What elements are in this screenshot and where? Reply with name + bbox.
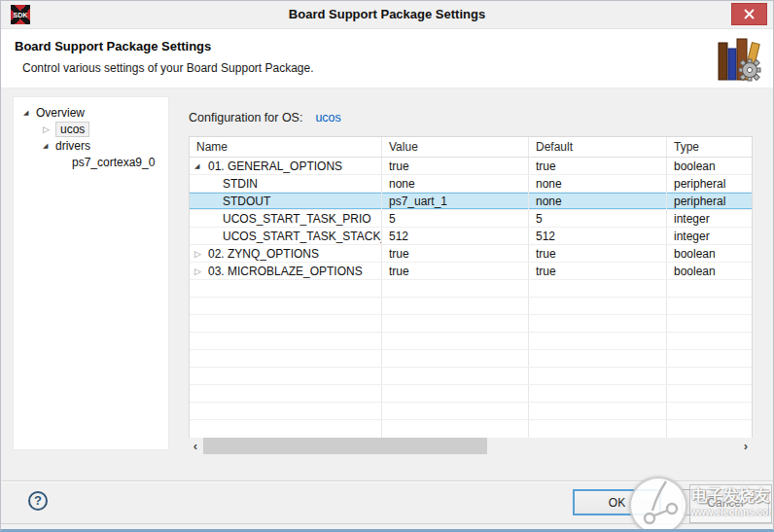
settings-table-body: ◢01. GENERAL_OPTIONStruetruebooleanSTDIN… — [190, 158, 752, 438]
table-cell — [529, 350, 667, 367]
table-row[interactable]: UCOS_START_TASK_STACK_S512512integer — [190, 228, 752, 245]
collapse-icon[interactable]: ◢ — [194, 161, 208, 171]
collapse-icon[interactable]: ◢ — [23, 108, 36, 118]
table-row-empty[interactable] — [190, 350, 752, 368]
tree-item-drivers[interactable]: ◢ drivers — [14, 137, 168, 154]
default-cell: true — [529, 158, 667, 174]
value-cell: true — [382, 245, 529, 262]
table-cell — [667, 333, 752, 349]
close-icon — [744, 9, 755, 19]
scroll-left-icon[interactable]: ‹ — [189, 438, 202, 454]
expand-icon[interactable]: ▷ — [194, 249, 208, 259]
row-name: UCOS_START_TASK_PRIO — [223, 212, 371, 226]
table-cell — [529, 368, 667, 384]
row-name: UCOS_START_TASK_STACK_S — [223, 230, 382, 243]
table-row[interactable]: STDOUTps7_uart_1noneperipheral — [190, 193, 752, 210]
value-cell: ps7_uart_1 — [382, 193, 529, 209]
collapse-icon[interactable]: ◢ — [43, 141, 55, 151]
default-cell: none — [529, 193, 667, 209]
table-cell — [667, 298, 752, 314]
table-cell — [382, 403, 529, 419]
default-cell: 512 — [529, 228, 667, 244]
table-row-empty[interactable] — [190, 333, 752, 350]
table-row-empty[interactable] — [190, 280, 752, 298]
table-cell — [382, 280, 529, 297]
type-cell: integer — [667, 228, 752, 244]
tree-item-label: ucos — [55, 122, 89, 137]
table-row[interactable]: ◢01. GENERAL_OPTIONStruetrueboolean — [190, 158, 752, 175]
dialog-title: Board Support Package Settings — [15, 39, 211, 53]
title-bar[interactable]: SDK Board Support Package Settings — [1, 1, 773, 29]
expand-icon[interactable]: ▷ — [43, 124, 55, 134]
table-row[interactable]: UCOS_START_TASK_PRIO55integer — [190, 210, 752, 228]
cancel-button[interactable]: Cancel — [682, 489, 769, 515]
table-cell — [190, 298, 382, 314]
table-cell — [529, 385, 667, 402]
tree-item-ps7-cortexa9-0[interactable]: ps7_cortexa9_0 — [14, 154, 168, 170]
table-cell — [529, 333, 667, 349]
table-row-empty[interactable] — [190, 385, 752, 403]
value-cell: true — [382, 263, 529, 279]
expand-icon[interactable]: ▷ — [194, 266, 208, 276]
type-cell: integer — [667, 210, 752, 227]
table-cell — [190, 280, 382, 297]
name-cell: ◢01. GENERAL_OPTIONS — [190, 158, 382, 174]
name-cell: STDIN — [190, 175, 382, 192]
table-row[interactable]: STDINnonenoneperipheral — [190, 175, 752, 193]
table-cell — [667, 350, 752, 367]
table-cell — [667, 280, 752, 297]
table-cell — [529, 420, 667, 438]
table-row-empty[interactable] — [190, 298, 752, 315]
table-row[interactable]: ▷02. ZYNQ_OPTIONStruetrueboolean — [190, 245, 752, 263]
table-cell — [382, 350, 529, 367]
scroll-right-icon[interactable]: › — [739, 438, 753, 454]
name-cell: UCOS_START_TASK_STACK_S — [190, 228, 382, 244]
name-cell: UCOS_START_TASK_PRIO — [190, 210, 382, 227]
table-row[interactable]: ▷03. MICROBLAZE_OPTIONStruetrueboolean — [190, 263, 752, 280]
value-cell: true — [382, 158, 529, 174]
table-cell — [667, 368, 752, 384]
dialog-header: Board Support Package Settings Control v… — [1, 29, 773, 89]
table-row-empty[interactable] — [190, 420, 752, 438]
tree-item-overview[interactable]: ◢ Overview — [14, 104, 168, 121]
value-cell: 5 — [382, 210, 529, 227]
tree-item-ucos[interactable]: ▷ ucos — [14, 121, 168, 137]
configuration-line: Configuration for OS: ucos — [189, 111, 341, 124]
type-cell: peripheral — [667, 193, 752, 209]
dialog-footer: ? OK Cancel — [1, 480, 773, 524]
table-row-empty[interactable] — [190, 403, 752, 420]
scrollbar-thumb[interactable] — [203, 438, 487, 454]
name-cell: ▷02. ZYNQ_OPTIONS — [190, 245, 382, 262]
value-cell: none — [382, 175, 529, 192]
horizontal-scrollbar[interactable]: ‹ › — [189, 438, 753, 454]
table-cell — [667, 403, 752, 419]
table-cell — [667, 385, 752, 402]
table-row-empty[interactable] — [190, 368, 752, 385]
tree-item-label: drivers — [55, 139, 90, 153]
name-cell: ▷03. MICROBLAZE_OPTIONS — [190, 263, 382, 279]
table-cell — [667, 315, 752, 332]
column-header-default[interactable]: Default — [529, 137, 667, 157]
table-row-empty[interactable] — [190, 315, 752, 333]
default-cell: true — [529, 263, 667, 279]
table-cell — [382, 420, 529, 438]
column-header-value[interactable]: Value — [382, 137, 529, 157]
os-link[interactable]: ucos — [315, 111, 340, 124]
row-name: STDIN — [223, 177, 258, 191]
column-header-type[interactable]: Type — [667, 137, 752, 157]
help-button[interactable]: ? — [28, 491, 48, 511]
table-cell — [190, 350, 382, 367]
close-button[interactable] — [731, 3, 767, 25]
table-cell — [382, 368, 529, 384]
row-name: 03. MICROBLAZE_OPTIONS — [208, 265, 363, 278]
ok-button[interactable]: OK — [573, 489, 661, 515]
table-cell — [667, 420, 752, 438]
table-cell — [190, 315, 382, 332]
settings-table-header: NameValueDefaultType — [190, 137, 752, 158]
column-header-name[interactable]: Name — [190, 137, 382, 157]
table-cell — [382, 298, 529, 314]
default-cell: 5 — [529, 210, 667, 227]
tree-item-label: ps7_cortexa9_0 — [72, 156, 155, 169]
table-cell — [190, 333, 382, 349]
table-cell — [529, 315, 667, 332]
